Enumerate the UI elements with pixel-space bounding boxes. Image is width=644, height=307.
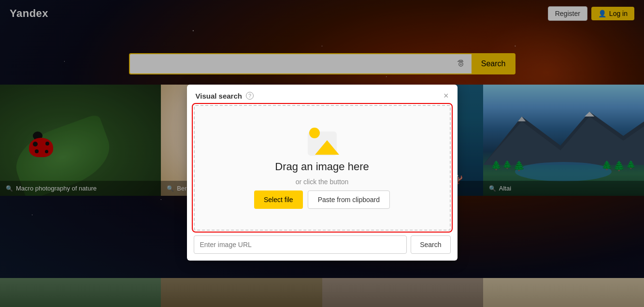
url-row: Search xyxy=(194,235,451,254)
img-icon-mountain xyxy=(315,140,339,155)
drop-zone[interactable]: Drag an image here or click the button S… xyxy=(194,105,451,231)
help-icon[interactable]: ? xyxy=(246,92,254,100)
drag-text: Drag an image here xyxy=(275,161,369,173)
modal-close-button[interactable]: × xyxy=(444,91,449,100)
modal-title-row: Visual search ? xyxy=(196,92,254,100)
modal-title: Visual search xyxy=(196,92,242,100)
modal-header: Visual search ? × xyxy=(187,85,458,105)
url-input[interactable] xyxy=(194,235,407,254)
visual-search-modal: Visual search ? × Drag an image here or … xyxy=(187,85,458,261)
help-label: ? xyxy=(248,93,251,99)
paste-clipboard-button[interactable]: Paste from clipboard xyxy=(308,190,390,209)
or-text: or click the button xyxy=(296,178,349,186)
img-icon-sun xyxy=(309,128,320,138)
select-file-button[interactable]: Select file xyxy=(254,190,303,209)
url-search-button[interactable]: Search xyxy=(411,235,450,254)
drop-zone-buttons: Select file Paste from clipboard xyxy=(254,190,390,209)
image-placeholder-icon xyxy=(305,127,339,156)
